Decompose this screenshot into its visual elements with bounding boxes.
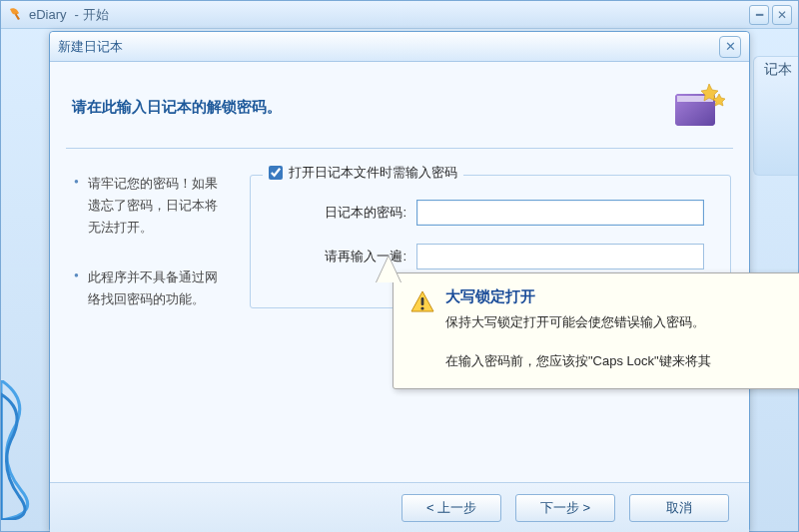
tooltip-line1: 保持大写锁定打开可能会使您错误输入密码。 bbox=[445, 312, 793, 333]
warning-icon bbox=[409, 289, 435, 315]
password-label: 日记本的密码: bbox=[277, 204, 406, 222]
dialog-prompt: 请在此输入日记本的解锁密码。 bbox=[72, 98, 282, 117]
app-title-suffix: - 开始 bbox=[75, 6, 109, 24]
button-bar: < 上一步 下一步 > 取消 bbox=[50, 482, 749, 532]
window-controls: ━ ✕ bbox=[749, 5, 792, 25]
decorative-wave bbox=[1, 380, 43, 520]
app-name-text: eDiary bbox=[29, 7, 67, 22]
require-password-label: 打开日记本文件时需输入密码 bbox=[289, 164, 457, 182]
info-column: 请牢记您的密码！如果遗忘了密码，日记本将无法打开。 此程序并不具备通过网络找回密… bbox=[50, 167, 250, 338]
diary-book-icon bbox=[669, 82, 727, 132]
dialog-header: 请在此输入日记本的解锁密码。 bbox=[50, 62, 749, 148]
require-password-checkbox[interactable] bbox=[269, 166, 283, 180]
app-icon bbox=[7, 7, 23, 23]
svg-point-4 bbox=[420, 306, 423, 309]
capslock-tooltip: 大写锁定打开 保持大写锁定打开可能会使您错误输入密码。 在输入密码前，您应该按"… bbox=[393, 272, 799, 389]
password-row: 日记本的密码: bbox=[277, 200, 704, 226]
cancel-button[interactable]: 取消 bbox=[629, 494, 729, 522]
prev-button[interactable]: < 上一步 bbox=[401, 494, 501, 522]
next-button[interactable]: 下一步 > bbox=[515, 494, 615, 522]
confirm-input[interactable] bbox=[416, 244, 704, 269]
dialog-titlebar: 新建日记本 ✕ bbox=[50, 32, 749, 62]
background-label: 记本 bbox=[764, 61, 792, 79]
dialog-title: 新建日记本 bbox=[58, 38, 123, 56]
password-input[interactable] bbox=[416, 200, 704, 226]
tooltip-arrow-fill bbox=[377, 257, 400, 282]
info-item-remember: 请牢记您的密码！如果遗忘了密码，日记本将无法打开。 bbox=[74, 173, 228, 239]
tooltip-line2: 在输入密码前，您应该按"Caps Lock"键来将其 bbox=[445, 351, 793, 372]
confirm-row: 请再输入一遍: bbox=[277, 244, 704, 269]
close-icon[interactable]: ✕ bbox=[719, 36, 741, 58]
require-password-legend: 打开日记本文件时需输入密码 bbox=[263, 164, 463, 182]
main-titlebar: eDiary - 开始 ━ ✕ bbox=[1, 1, 798, 29]
main-window: eDiary - 开始 ━ ✕ 记本 新建日记本 ✕ 请在此输入日记本的解锁密码… bbox=[0, 0, 799, 532]
app-title: eDiary - 开始 bbox=[7, 6, 109, 24]
info-item-no-recovery: 此程序并不具备通过网络找回密码的功能。 bbox=[74, 266, 228, 310]
minimize-button[interactable]: ━ bbox=[749, 5, 769, 25]
tooltip-title: 大写锁定打开 bbox=[445, 287, 793, 306]
close-button-outer[interactable]: ✕ bbox=[772, 5, 792, 25]
svg-rect-3 bbox=[421, 297, 424, 305]
